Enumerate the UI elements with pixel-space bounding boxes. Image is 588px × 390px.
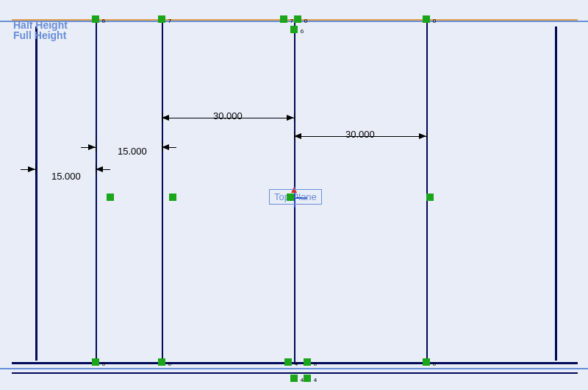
coincident-constraint-icon-2 bbox=[280, 15, 287, 23]
sketch-vline-0[interactable] bbox=[96, 22, 97, 364]
coincident-constraint-icon-4 bbox=[423, 15, 430, 23]
constraint-index-1: 7 bbox=[168, 18, 171, 24]
dim-arrow-l-d3 bbox=[162, 115, 169, 121]
coincident-constraint-icon-10 bbox=[423, 358, 430, 366]
constraint-index-7: 6 bbox=[168, 361, 171, 367]
constraint-index-6: 6 bbox=[102, 361, 105, 367]
full-height-label: Full Height bbox=[13, 29, 66, 41]
coincident-constraint-icon-5 bbox=[290, 26, 298, 33]
constraint-index-2: 7 bbox=[290, 18, 293, 24]
constraint-index-8: 4 bbox=[295, 361, 298, 367]
coincident-constraint-icon-11 bbox=[290, 375, 298, 382]
constraint-index-3: 0 bbox=[304, 18, 307, 24]
vertical-constraint-icon-2 bbox=[287, 194, 294, 201]
coincident-constraint-icon-9 bbox=[304, 358, 311, 366]
dim-arrow-l-d2 bbox=[88, 144, 96, 150]
sketch-edge-right[interactable] bbox=[555, 26, 557, 361]
dim-wit-d3-b bbox=[294, 113, 295, 122]
coincident-constraint-icon-0 bbox=[92, 15, 99, 23]
dim-value-d3[interactable]: 30.000 bbox=[213, 110, 243, 121]
coincident-constraint-icon-8 bbox=[284, 358, 292, 366]
dim-value-d1[interactable]: 15.000 bbox=[51, 171, 81, 182]
constraint-index-12: 4 bbox=[314, 377, 317, 383]
constraint-index-4: 0 bbox=[433, 18, 436, 24]
vertical-constraint-icon-1 bbox=[169, 194, 176, 201]
dim-arrow-l-d4 bbox=[294, 133, 301, 139]
vertical-constraint-icon-3 bbox=[426, 194, 434, 201]
coincident-constraint-icon-6 bbox=[92, 358, 99, 366]
constraint-index-9: 6 bbox=[314, 361, 317, 367]
plane-line-bottom bbox=[0, 368, 588, 369]
sketch-vline-3[interactable] bbox=[426, 22, 428, 364]
coincident-constraint-icon-7 bbox=[158, 358, 165, 366]
coincident-constraint-icon-12 bbox=[304, 375, 311, 382]
dim-wit-d2-a bbox=[96, 143, 96, 152]
top-plane-label[interactable]: Top Plane bbox=[269, 189, 322, 205]
dim-wit-d1-a bbox=[35, 165, 36, 174]
dim-value-d2[interactable]: 15.000 bbox=[118, 146, 147, 157]
sketch-edge-left[interactable] bbox=[35, 26, 37, 361]
dim-arrow-r-d4 bbox=[419, 133, 426, 139]
sketch-extra-bottom[interactable] bbox=[12, 372, 578, 374]
constraint-index-0: 6 bbox=[102, 18, 105, 24]
dim-value-d4[interactable]: 30.000 bbox=[345, 129, 375, 140]
dim-arrow-r-d1 bbox=[96, 166, 103, 172]
dim-arrow-r-d3 bbox=[287, 115, 294, 121]
dim-arrow-r-d2 bbox=[162, 144, 169, 150]
sketch-vline-1[interactable] bbox=[162, 22, 163, 364]
vertical-constraint-icon-0 bbox=[107, 194, 114, 201]
dim-wit-d4-b bbox=[426, 132, 427, 141]
sketch-canvas[interactable]: Half HeightFull HeightTop Plane15.00015.… bbox=[0, 0, 588, 390]
constraint-index-5: 6 bbox=[301, 28, 304, 35]
dim-arrow-l-d1 bbox=[28, 166, 35, 172]
coincident-constraint-icon-3 bbox=[294, 15, 301, 23]
constraint-index-10: 6 bbox=[433, 361, 436, 367]
coincident-constraint-icon-1 bbox=[158, 15, 165, 23]
